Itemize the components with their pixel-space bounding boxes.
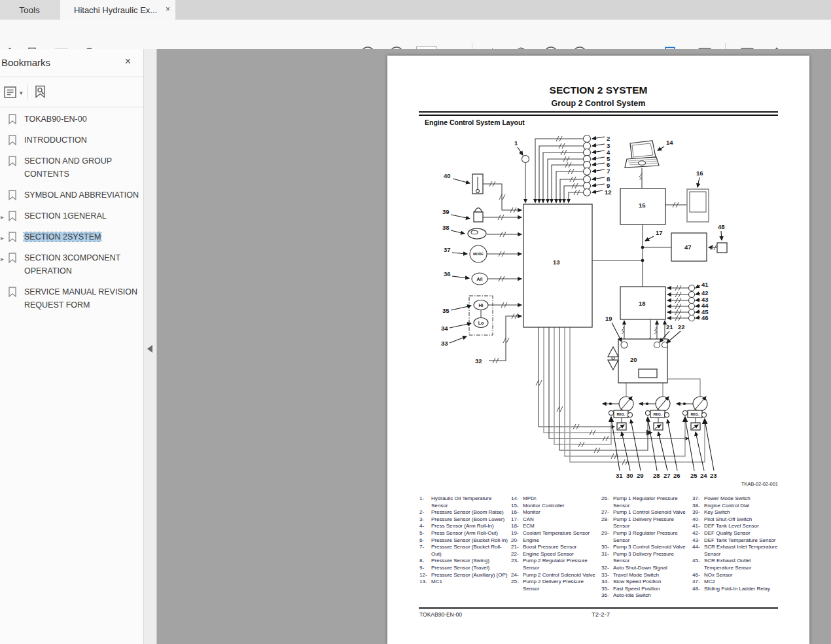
legend-number: 8- bbox=[419, 558, 431, 565]
legend-item: 33-Travel Mode Switch bbox=[601, 572, 693, 579]
legend-text: DEF Tank Level Sensor bbox=[704, 523, 781, 530]
legend-number: 47- bbox=[692, 579, 704, 586]
bookmark-item-section2-system[interactable]: ▸ SECTION 2SYSTEM bbox=[0, 230, 144, 251]
document-view[interactable]: SECTION 2 SYSTEM Group 2 Control System … bbox=[157, 49, 831, 644]
callout-7: 7 bbox=[607, 168, 610, 175]
collapse-panel-icon[interactable] bbox=[147, 345, 152, 353]
bookmark-item-symbol-abbreviation[interactable]: SYMBOL AND ABBREVIATION bbox=[0, 188, 144, 209]
legend-number: 46- bbox=[692, 572, 704, 579]
bookmarks-toolbar: ▾ bbox=[0, 83, 144, 107]
legend-text: Key Switch bbox=[704, 509, 781, 516]
legend-item: 4-Press Sensor (Arm Roll-In) bbox=[419, 523, 511, 530]
bookmark-item-section-group-contents[interactable]: SECTION AND GROUP CONTENTS bbox=[0, 154, 144, 188]
panel-close-icon[interactable]: × bbox=[125, 56, 131, 67]
legend-item: 17-CAN bbox=[511, 516, 603, 524]
legend-text: DEF Quality Sensor bbox=[704, 530, 781, 537]
tab-tools[interactable]: Tools bbox=[0, 0, 60, 20]
tab-close-icon[interactable]: × bbox=[166, 5, 170, 14]
panel-divider bbox=[0, 77, 144, 77]
find-bookmark-icon[interactable] bbox=[33, 84, 48, 100]
legend-item: 34-Slow Speed Position bbox=[601, 579, 693, 586]
legend-text: Auto-Idle Switch bbox=[613, 592, 690, 599]
legend-number: 21- bbox=[511, 544, 523, 551]
bookmark-icon bbox=[9, 287, 16, 297]
bookmarks-panel: Bookmarks × ▾ TOKAB90-EN-00 INTRODUCTION… bbox=[0, 49, 144, 644]
legend-item: 27-Pump 1 Control Solenoid Valve bbox=[601, 509, 693, 516]
legend-number: 14- bbox=[511, 495, 523, 503]
bookmark-icon bbox=[9, 232, 16, 242]
callout-19: 19 bbox=[605, 315, 612, 322]
left-input-components: MODE A/I Hi Lo 40 39 38 37 36 35 bbox=[441, 172, 522, 365]
callout-22: 22 bbox=[678, 323, 685, 331]
legend-number: 6- bbox=[419, 537, 431, 545]
legend-text: Engine Control Dial bbox=[704, 503, 781, 510]
legend-number: 1- bbox=[419, 495, 431, 509]
legend-number: 16- bbox=[511, 509, 523, 516]
legend-text: Press Sensor (Arm Roll-Out) bbox=[431, 530, 508, 537]
page-section-title: SECTION 2 SYSTEM bbox=[387, 84, 809, 96]
bookmark-item-section3-component[interactable]: ▸ SECTION 3COMPONENT OPERATION bbox=[0, 251, 144, 285]
bookmark-item-tokab90[interactable]: TOKAB90-EN-00 bbox=[0, 113, 144, 134]
bookmark-icon bbox=[9, 190, 16, 200]
pump-group-1: REG. bbox=[639, 397, 670, 430]
legend-item: 18-ECM bbox=[511, 523, 603, 530]
legend-item: 35-Fast Speed Position bbox=[601, 586, 693, 593]
expander-icon[interactable]: ▸ bbox=[1, 232, 4, 245]
double-rule bbox=[419, 111, 778, 116]
callout-25: 25 bbox=[690, 472, 698, 479]
diagram-title: Engine Control System Layout bbox=[425, 118, 525, 126]
legend-item: 19-Coolant Temperature Sensor bbox=[511, 530, 603, 537]
bookmark-options-icon[interactable] bbox=[3, 84, 18, 100]
callout-17: 17 bbox=[656, 229, 663, 236]
legend-item: 30-Pump 3 Control Solenoid Valve bbox=[601, 544, 693, 551]
top-sensor-lines: 1 2 3 4 5 6 7 8 9 12 bbox=[514, 135, 612, 203]
legend-text: Hydraulic Oil Temperature Sensor bbox=[431, 495, 508, 509]
bookmark-item-introduction[interactable]: INTRODUCTION bbox=[0, 134, 144, 154]
legend-text: MC2 bbox=[704, 579, 781, 586]
legend-item: 29-Pump 3 Regulator Pressure Sensor bbox=[601, 530, 693, 544]
legend-text: MC1 bbox=[431, 579, 508, 586]
legend-item: 1-Hydraulic Oil Temperature Sensor bbox=[419, 495, 511, 509]
bookmark-options-caret-icon[interactable]: ▾ bbox=[20, 90, 23, 96]
bookmarks-list: TOKAB90-EN-00 INTRODUCTION SECTION AND G… bbox=[0, 113, 144, 319]
footer-rule bbox=[419, 607, 778, 609]
bookmark-item-revision-request[interactable]: SERVICE MANUAL REVISION REQUEST FORM bbox=[0, 285, 144, 319]
tab-document[interactable]: Hitachi Hydraulic Ex... × bbox=[60, 0, 175, 20]
callout-30: 30 bbox=[626, 472, 633, 479]
legend-number: 3- bbox=[419, 516, 431, 524]
bookmark-label: TOKAB90-EN-00 bbox=[24, 115, 87, 124]
legend-item: 22-Engine Speed Sensor bbox=[511, 551, 603, 558]
bookmark-label-selected: SECTION 2SYSTEM bbox=[24, 232, 101, 241]
legend-number: 29- bbox=[601, 530, 613, 544]
bookmark-label: SERVICE MANUAL REVISION REQUEST FORM bbox=[24, 287, 137, 310]
bookmark-label: SECTION 1GENERAL bbox=[24, 211, 107, 221]
bookmark-label: SECTION AND GROUP CONTENTS bbox=[24, 156, 112, 179]
legend-number: 42- bbox=[692, 530, 704, 537]
regulator-label: REG. bbox=[654, 412, 662, 416]
legend-item: 45-SCR Exhaust Outlet Temperature Sensor bbox=[692, 558, 784, 571]
mc1-box: 13 bbox=[523, 204, 592, 327]
callout-16: 16 bbox=[696, 170, 703, 177]
legend-text: Pilot Shut-Off Switch bbox=[704, 516, 781, 524]
panel-splitter[interactable] bbox=[144, 49, 157, 644]
callout-40: 40 bbox=[444, 172, 451, 179]
legend-number: 24- bbox=[511, 572, 523, 579]
legend-number: 39- bbox=[692, 509, 704, 516]
laptop-icon: 14 bbox=[625, 139, 673, 188]
legend-number: 4- bbox=[419, 523, 431, 530]
bookmark-item-section1-general[interactable]: ▸ SECTION 1GENERAL bbox=[0, 209, 144, 230]
bookmarks-panel-title: Bookmarks bbox=[1, 57, 50, 68]
legend-text: Pressure Sensor (Swing) bbox=[431, 558, 508, 565]
legend-item: 47-MC2 bbox=[692, 579, 784, 586]
callout-32: 32 bbox=[475, 357, 482, 365]
legend-item: 16-Monitor bbox=[511, 509, 603, 516]
legend-text: Pressure Sensor (Travel) bbox=[431, 565, 508, 572]
legend-item: 13-MC1 bbox=[419, 579, 511, 586]
callout-46: 46 bbox=[701, 314, 709, 321]
legend-text: MPDr. bbox=[523, 495, 600, 503]
legend-number: 9- bbox=[419, 565, 431, 572]
expander-icon[interactable]: ▸ bbox=[1, 253, 4, 266]
legend-item: 41-DEF Tank Level Sensor bbox=[692, 523, 784, 530]
expander-icon[interactable]: ▸ bbox=[1, 211, 4, 224]
legend-text: Slow Speed Position bbox=[613, 579, 690, 586]
